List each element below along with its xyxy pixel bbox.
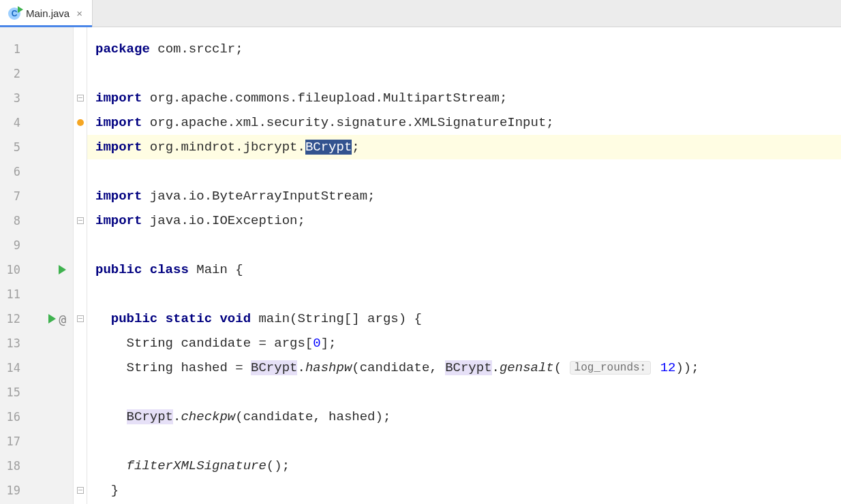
fold-row	[74, 135, 87, 159]
gutter-row[interactable]: 17	[0, 429, 73, 454]
line-number: 19	[0, 484, 20, 497]
gutter-row[interactable]: 2	[0, 61, 73, 86]
code-line: }	[87, 478, 841, 503]
editor: 123456789101112@13141516171819 package c…	[0, 27, 841, 504]
fold-row	[74, 61, 87, 86]
code-line	[87, 282, 841, 306]
run-icon[interactable]	[48, 314, 56, 324]
line-number: 4	[0, 116, 20, 129]
gutter-row[interactable]: 1	[0, 37, 73, 61]
fold-row	[74, 184, 87, 208]
fold-row	[74, 380, 87, 405]
code-line	[87, 380, 841, 405]
gutter-row[interactable]: 8	[0, 208, 73, 233]
gutter-row[interactable]: 5	[0, 135, 73, 159]
fold-icon[interactable]	[77, 315, 84, 322]
line-number: 6	[0, 165, 20, 178]
fold-row	[74, 331, 87, 356]
line-number: 13	[0, 336, 20, 350]
code-line-current: import org.mindrot.jbcrypt.BCrypt;	[87, 135, 841, 159]
fold-row	[74, 257, 87, 282]
run-icon[interactable]	[59, 265, 66, 274]
code-line: String candidate = args[0];	[87, 331, 841, 356]
selection: BCrypt	[305, 140, 352, 155]
gutter-row[interactable]: 18	[0, 454, 73, 478]
code-line: import java.io.IOException;	[87, 208, 841, 233]
line-number: 12	[0, 312, 20, 326]
tab-bar: C Main.java ×	[0, 0, 841, 27]
fold-row	[74, 159, 87, 184]
line-number: 18	[0, 459, 20, 473]
line-number: 14	[0, 361, 20, 375]
gutter-row[interactable]: 9	[0, 233, 73, 257]
gutter-row[interactable]: 10	[0, 257, 73, 282]
line-number: 17	[0, 435, 20, 448]
line-number: 11	[0, 287, 20, 301]
gutter-row[interactable]: 14	[0, 356, 73, 380]
fold-row	[74, 429, 87, 454]
code-area[interactable]: package com.srcclr; import org.apache.co…	[87, 27, 841, 504]
gutter-row[interactable]: 15	[0, 380, 73, 405]
fold-row	[74, 86, 87, 110]
line-number: 10	[0, 263, 20, 277]
code-line: import org.apache.commons.fileupload.Mul…	[87, 86, 841, 110]
inlay-hint: log_rounds:	[570, 361, 652, 375]
code-line	[87, 61, 841, 86]
fold-row	[74, 208, 87, 233]
code-line: import org.apache.xml.security.signature…	[87, 110, 841, 135]
override-icon[interactable]: @	[59, 312, 66, 326]
code-line: package com.srcclr;	[87, 37, 841, 61]
warning-icon[interactable]	[77, 119, 84, 126]
gutter-row[interactable]: 12@	[0, 306, 73, 331]
fold-row	[74, 233, 87, 257]
tab-main-java[interactable]: C Main.java ×	[0, 0, 93, 27]
fold-row	[74, 282, 87, 306]
line-number: 8	[0, 214, 20, 227]
gutter-row[interactable]: 4	[0, 110, 73, 135]
fold-row	[74, 110, 87, 135]
fold-strip[interactable]	[74, 27, 87, 504]
fold-row	[74, 454, 87, 478]
line-number: 7	[0, 189, 20, 203]
code-line: filterXMLSignature();	[87, 454, 841, 478]
gutter-row[interactable]: 6	[0, 159, 73, 184]
code-line	[87, 233, 841, 257]
code-line	[87, 159, 841, 184]
gutter-row[interactable]: 3	[0, 86, 73, 110]
line-number: 9	[0, 238, 20, 252]
gutter-row[interactable]: 19	[0, 478, 73, 503]
gutter-row[interactable]: 11	[0, 282, 73, 306]
fold-row	[74, 37, 87, 61]
line-number: 1	[0, 42, 20, 56]
fold-row	[74, 306, 87, 331]
line-number: 5	[0, 140, 20, 154]
gutter-row[interactable]: 16	[0, 405, 73, 429]
line-number: 3	[0, 91, 20, 105]
tab-label: Main.java	[26, 7, 70, 19]
line-number: 2	[0, 67, 20, 80]
fold-icon[interactable]	[77, 487, 84, 494]
code-line	[87, 429, 841, 454]
line-number: 16	[0, 410, 20, 424]
code-line: public class Main {	[87, 257, 841, 282]
fold-icon[interactable]	[77, 95, 84, 101]
code-line: String hashed = BCrypt.hashpw(candidate,…	[87, 356, 841, 380]
java-class-run-icon: C	[8, 7, 20, 20]
fold-row	[74, 405, 87, 429]
code-line: import java.io.ByteArrayInputStream;	[87, 184, 841, 208]
gutter-row[interactable]: 13	[0, 331, 73, 356]
code-line: public static void main(String[] args) {	[87, 306, 841, 331]
gutter-row[interactable]: 7	[0, 184, 73, 208]
fold-row	[74, 356, 87, 380]
fold-icon[interactable]	[77, 217, 84, 224]
close-icon[interactable]: ×	[75, 7, 84, 19]
line-number: 15	[0, 385, 20, 399]
gutter[interactable]: 123456789101112@13141516171819	[0, 27, 74, 504]
fold-row	[74, 478, 87, 503]
code-line: BCrypt.checkpw(candidate, hashed);	[87, 405, 841, 429]
